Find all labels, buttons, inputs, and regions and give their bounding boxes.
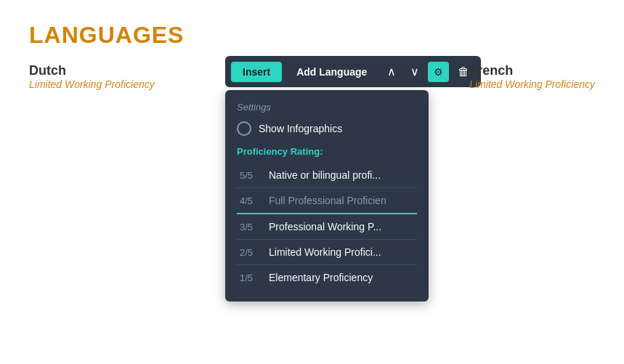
proficiency-name-1: Elementary Proficiency: [269, 272, 373, 283]
toolbar: Insert Add Language ∧ ∨ ⚙ 🗑: [225, 56, 481, 87]
down-arrow-button[interactable]: ∨: [405, 60, 425, 83]
proficiency-item-2[interactable]: 2/5 Limited Working Profici...: [237, 240, 417, 265]
add-language-button[interactable]: Add Language: [285, 62, 378, 82]
proficiency-score-3: 3/5: [240, 222, 260, 232]
proficiency-list: 5/5 Native or bilingual profi... 4/5 Ful…: [237, 163, 417, 290]
proficiency-item-1[interactable]: 1/5 Elementary Proficiency: [237, 265, 417, 290]
language-entry-french: French Limited Working Proficiency: [469, 63, 595, 90]
show-infographics-label: Show Infographics: [259, 123, 342, 134]
toolbar-dropdown-container: Insert Add Language ∧ ∨ ⚙ 🗑 Settings: [225, 56, 481, 302]
page: LANGUAGES Dutch Limited Working Proficie…: [0, 0, 624, 364]
gear-icon: ⚙: [434, 66, 443, 78]
proficiency-name-5: Native or bilingual profi...: [269, 169, 381, 181]
trash-icon: 🗑: [458, 65, 469, 78]
gear-button[interactable]: ⚙: [428, 62, 449, 82]
down-arrow-icon: ∨: [410, 65, 419, 78]
proficiency-item-3[interactable]: 3/5 Professional Working P...: [237, 214, 417, 240]
proficiency-item-5[interactable]: 5/5 Native or bilingual profi...: [237, 163, 417, 188]
proficiency-score-1: 1/5: [240, 272, 260, 283]
proficiency-name-3: Professional Working P...: [269, 221, 381, 232]
dropdown-panel: Settings Show Infographics Proficiency R…: [225, 90, 429, 302]
proficiency-rating-label: Proficiency Rating:: [237, 146, 417, 157]
right-language-panel: French Limited Working Proficiency: [469, 63, 595, 90]
insert-button[interactable]: Insert: [231, 62, 282, 82]
show-infographics-radio[interactable]: [237, 121, 251, 136]
proficiency-name-2: Limited Working Profici...: [269, 246, 381, 258]
french-name: French: [469, 63, 595, 78]
proficiency-item-4[interactable]: 4/5 Full Professional Proficien: [237, 188, 417, 214]
left-language-panel: Dutch Limited Working Proficiency: [29, 63, 232, 90]
show-infographics-row[interactable]: Show Infographics: [237, 121, 417, 136]
header: LANGUAGES: [29, 22, 595, 49]
proficiency-score-4: 4/5: [240, 195, 260, 206]
up-arrow-button[interactable]: ∧: [381, 60, 402, 83]
proficiency-name-4: Full Professional Proficien: [269, 195, 386, 206]
settings-label: Settings: [237, 102, 417, 113]
french-level: Limited Working Proficiency: [469, 78, 595, 90]
proficiency-score-5: 5/5: [240, 170, 260, 181]
dutch-level: Limited Working Proficiency: [29, 78, 232, 90]
page-title: LANGUAGES: [29, 22, 595, 49]
main-content: Dutch Limited Working Proficiency Insert…: [29, 63, 595, 90]
dutch-name: Dutch: [29, 63, 232, 78]
language-entry-dutch: Dutch Limited Working Proficiency: [29, 63, 232, 90]
proficiency-score-2: 2/5: [240, 247, 260, 258]
up-arrow-icon: ∧: [387, 65, 396, 78]
